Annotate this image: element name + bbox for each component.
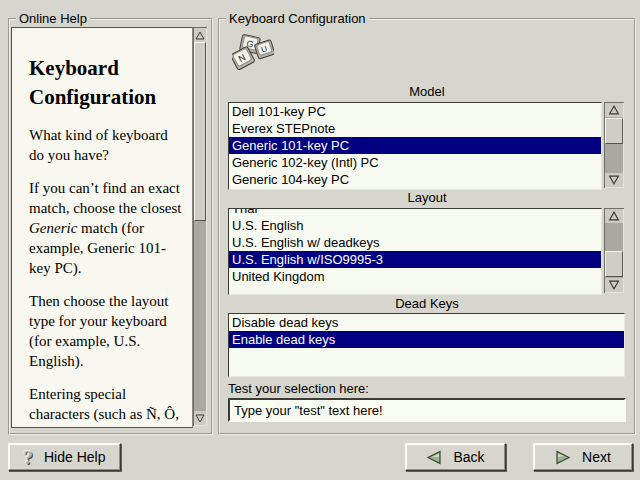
list-item[interactable]: Dell 101-key PC <box>229 103 601 120</box>
model-label: Model <box>220 84 634 99</box>
back-button-label: Back <box>453 449 484 465</box>
list-item[interactable]: Everex STEPnote <box>229 120 601 137</box>
list-item[interactable]: Thai <box>229 208 601 217</box>
list-item[interactable]: Generic 104-key PC <box>229 171 601 188</box>
scroll-down-icon[interactable] <box>194 411 206 425</box>
list-item[interactable]: Disable dead keys <box>229 314 624 331</box>
help-heading: Keyboard Configuration <box>29 54 186 112</box>
help-scrollbar[interactable] <box>193 27 207 426</box>
layout-list[interactable]: ThaiU.S. EnglishU.S. English w/ deadkeys… <box>228 208 602 295</box>
list-item[interactable]: U.S. English <box>229 217 601 234</box>
layout-scrollbar[interactable] <box>604 208 624 293</box>
model-scrollbar-thumb[interactable] <box>605 118 623 144</box>
scroll-up-icon[interactable] <box>605 209 623 223</box>
online-help-frame-label: Online Help <box>16 11 90 26</box>
model-list[interactable]: Dell 101-key PCEverex STEPnoteGeneric 10… <box>228 102 602 190</box>
installer-window: { "colors": { "background": "#d6d6ce", "… <box>0 0 640 480</box>
question-mark-icon: ? <box>24 448 34 467</box>
dead-keys-list[interactable]: Disable dead keysEnable dead keys <box>228 313 625 377</box>
help-content-area: Keyboard Configuration What kind of keyb… <box>11 27 193 428</box>
test-input[interactable] <box>228 398 626 422</box>
dead-keys-label: Dead Keys <box>220 296 634 311</box>
model-scrollbar[interactable] <box>604 102 624 188</box>
list-item[interactable]: Generic 101-key PC <box>229 137 601 154</box>
hide-help-button-label: Hide Help <box>44 449 105 465</box>
help-paragraphs: What kind of keyboard do you have?If you… <box>29 125 186 428</box>
scroll-up-icon[interactable] <box>194 28 206 42</box>
scroll-down-icon[interactable] <box>605 278 623 292</box>
scroll-up-icon[interactable] <box>605 103 623 117</box>
help-paragraph: Then choose the layout type for your key… <box>29 291 186 371</box>
online-help-frame: Online Help Keyboard Configuration What … <box>8 18 213 435</box>
list-item[interactable]: Enable dead keys <box>229 331 624 348</box>
help-paragraph: Entering special characters (such as Ñ, … <box>29 384 186 428</box>
layout-label: Layout <box>220 190 634 205</box>
list-item[interactable]: U.S. English w/ISO9995-3 <box>229 251 601 268</box>
hide-help-button[interactable]: ? Hide Help <box>8 443 121 471</box>
next-button-label: Next <box>582 449 611 465</box>
help-text: Keyboard Configuration What kind of keyb… <box>12 28 192 428</box>
help-paragraph: If you can’t find an exact match, choose… <box>29 178 186 278</box>
scroll-down-icon[interactable] <box>605 173 623 187</box>
list-item[interactable]: United Kingdom <box>229 268 601 285</box>
keyboard-keys-icon: G U N <box>232 33 274 71</box>
next-arrow-icon <box>555 450 571 465</box>
keyboard-configuration-frame: Keyboard Configuration G U N Model Dell … <box>218 18 636 435</box>
test-selection-label: Test your selection here: <box>228 381 369 396</box>
list-item[interactable]: Generic 102-key (Intl) PC <box>229 154 601 171</box>
layout-scrollbar-thumb[interactable] <box>605 251 623 277</box>
next-button[interactable]: Next <box>533 443 633 471</box>
keyboard-configuration-frame-label: Keyboard Configuration <box>226 11 369 26</box>
back-arrow-icon <box>426 450 442 465</box>
help-paragraph: What kind of keyboard do you have? <box>29 125 186 165</box>
back-button[interactable]: Back <box>405 443 506 471</box>
help-scrollbar-thumb[interactable] <box>194 42 206 221</box>
list-item[interactable]: U.S. English w/ deadkeys <box>229 234 601 251</box>
